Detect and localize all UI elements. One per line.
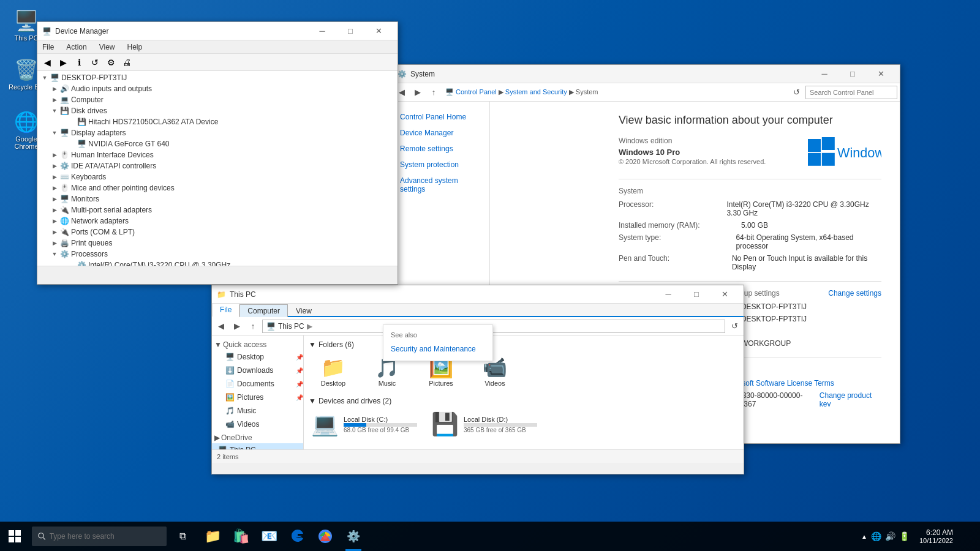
dm-tree-print[interactable]: ▶ 🖨️ Print queues	[37, 238, 398, 249]
sys-forward-btn[interactable]: ▶	[411, 86, 424, 99]
sidebar-documents-label: Documents	[237, 380, 274, 388]
device-manager-statusbar	[37, 266, 398, 279]
sidebar-desktop[interactable]: 🖥️ Desktop 📌	[212, 350, 303, 364]
taskbar-chrome[interactable]	[311, 522, 339, 551]
close-button[interactable]: ✕	[364, 22, 393, 40]
task-view-button[interactable]: ⧉	[169, 522, 196, 551]
drive-d[interactable]: 💾 Local Disk (D:) 365 GB free of 365 GB	[429, 409, 539, 440]
tab-file[interactable]: File	[212, 303, 239, 317]
dm-menu-help[interactable]: Help	[125, 42, 145, 53]
dm-print-btn[interactable]: 🖨	[119, 56, 134, 69]
fe-minimize-btn[interactable]: ─	[654, 285, 682, 304]
sidebar-pin-icon: 📌	[296, 354, 303, 361]
sys-minimize-btn[interactable]: ─	[810, 65, 839, 83]
folders-section-header: ▼ Folders (6)	[309, 340, 739, 349]
sidebar-documents[interactable]: 📄 Documents 📌	[212, 377, 303, 391]
dm-root-icon: 🖥️	[50, 73, 59, 83]
sys-maximize-btn[interactable]: □	[839, 65, 867, 83]
fe-back-btn[interactable]: ◀	[214, 320, 228, 333]
dm-tree-disk[interactable]: ▼ 💾 Disk drives	[37, 105, 398, 116]
dm-tree-audio[interactable]: ▶ 🔊 Audio inputs and outputs	[37, 83, 398, 94]
change-settings-link[interactable]: Change settings	[828, 289, 881, 298]
sys-breadcrumb: 🖥️ Control Panel ▶ System and Security ▶…	[443, 88, 601, 96]
dm-tree-root[interactable]: ▼ 🖥️ DESKTOP-FPT3TIJ	[37, 72, 398, 83]
taskbar-search-box[interactable]	[32, 527, 167, 546]
sidebar-pictures-icon: 🖼️	[225, 393, 235, 402]
fe-forward-btn[interactable]: ▶	[230, 320, 244, 333]
taskbar-edge[interactable]	[283, 522, 311, 551]
sys-protection-link[interactable]: System protection	[393, 157, 489, 173]
fe-up-btn[interactable]: ↑	[246, 320, 260, 333]
tray-clock[interactable]: 6:20 AM 10/11/2022	[914, 528, 958, 544]
dm-update-btn[interactable]: ↺	[88, 56, 102, 69]
taskbar-store[interactable]: 🛍️	[227, 522, 255, 551]
dm-tree-mice[interactable]: ▶ 🖱️ Mice and other pointing devices	[37, 182, 398, 193]
dm-tree-computer[interactable]: ▶ 💻 Computer	[37, 94, 398, 105]
sys-close-btn[interactable]: ✕	[867, 65, 895, 83]
dm-properties-btn[interactable]: ℹ	[72, 56, 86, 69]
sys-advanced-link[interactable]: Advanced system settings	[393, 173, 489, 197]
device-manager-tree: ▼ 🖥️ DESKTOP-FPT3TIJ ▶ 🔊 Audio inputs an…	[37, 71, 398, 266]
dm-tree-hid[interactable]: ▶ 🖱️ Human Interface Devices	[37, 149, 398, 160]
sidebar-pictures[interactable]: 🖼️ Pictures 📌	[212, 391, 303, 404]
search-input[interactable]	[50, 532, 160, 541]
taskbar-device-manager[interactable]: ⚙️	[339, 522, 368, 551]
device-manager-window: 🖥️ Device Manager ─ □ ✕ File Action View…	[37, 21, 398, 285]
fe-close-btn[interactable]: ✕	[710, 285, 739, 304]
dm-tree-processors[interactable]: ▼ ⚙️ Processors	[37, 249, 398, 260]
dm-tree-network[interactable]: ▶ 🌐 Network adapters	[37, 216, 398, 227]
dm-disk-expand: ▼	[50, 106, 59, 116]
sys-remote-settings-link[interactable]: Remote settings	[393, 141, 489, 157]
fe-maximize-btn[interactable]: □	[682, 285, 710, 304]
dm-tree-multiport[interactable]: ▶ 🔌 Multi-port serial adapters	[37, 204, 398, 216]
dm-disk-icon: 💾	[59, 106, 69, 116]
dm-tree-monitors[interactable]: ▶ 🖥️ Monitors	[37, 193, 398, 204]
taskbar-file-explorer[interactable]: 📁	[198, 522, 227, 551]
dm-back-btn[interactable]: ◀	[40, 56, 55, 69]
onedrive-expand: ▶	[214, 433, 220, 442]
sidebar-this-pc[interactable]: 🖥️ This PC	[212, 443, 303, 449]
minimize-button[interactable]: ─	[308, 22, 336, 40]
dm-tree-ide[interactable]: ▶ ⚙️ IDE ATA/ATAPI controllers	[37, 160, 398, 171]
sys-device-manager-link[interactable]: Device Manager	[393, 125, 489, 141]
dm-print-label: Print queues	[71, 239, 112, 247]
drive-d-info: Local Disk (D:) 365 GB free of 365 GB	[464, 416, 537, 433]
dm-tree-display[interactable]: ▼ 🖥️ Display adapters	[37, 127, 398, 138]
dm-display-label: Display adapters	[71, 129, 126, 137]
start-button[interactable]	[0, 522, 29, 551]
change-key-link[interactable]: Change product key	[820, 391, 881, 407]
maximize-button[interactable]: □	[336, 22, 364, 40]
sys-up-btn[interactable]: ↑	[427, 86, 440, 99]
sidebar-videos[interactable]: 📹 Videos	[212, 418, 303, 431]
tab-computer[interactable]: Computer	[239, 304, 288, 317]
sidebar-music[interactable]: 🎵 Music	[212, 404, 303, 418]
dm-tree-cpu1[interactable]: ▶ ⚙️ Intel(R) Core(TM) i3-3220 CPU @ 3.3…	[37, 260, 398, 266]
fe-address-bar[interactable]: 🖥️ This PC ▶	[262, 320, 725, 333]
dm-tree-hitachi[interactable]: ▶ 💾 Hitachi HDS721050CLA362 ATA Device	[37, 116, 398, 127]
folder-videos-label: Videos	[484, 380, 505, 387]
fe-refresh-btn[interactable]: ↺	[728, 320, 741, 333]
dm-forward-btn[interactable]: ▶	[56, 56, 70, 69]
sidebar-downloads[interactable]: ⬇️ Downloads 📌	[212, 364, 303, 377]
dm-tree-ports[interactable]: ▶ 🔌 Ports (COM & LPT)	[37, 227, 398, 238]
folder-desktop[interactable]: 📁 Desktop	[309, 353, 358, 389]
file-explorer-icon: 📁	[217, 290, 226, 299]
drives-label: Devices and drives (2)	[318, 397, 391, 405]
sys-search-input[interactable]	[805, 86, 897, 99]
drive-c[interactable]: 💻 Local Disk (C:) 68.0 GB free of 99.4 G…	[309, 409, 419, 440]
tray-chevron[interactable]: ▲	[861, 533, 867, 540]
tab-view[interactable]: View	[288, 304, 320, 317]
sys-control-panel-link[interactable]: Control Panel Home	[393, 109, 489, 125]
taskbar-mail[interactable]: 📧	[255, 522, 283, 551]
dm-device-btn[interactable]: ⚙	[104, 56, 118, 69]
dm-tree-keyboard[interactable]: ▶ ⌨️ Keyboards	[37, 171, 398, 182]
dm-menu-view[interactable]: View	[97, 42, 118, 53]
dm-menu-file[interactable]: File	[40, 42, 56, 53]
see-also-security[interactable]: Security and Maintenance	[383, 342, 492, 356]
dm-menu-action[interactable]: Action	[64, 42, 89, 53]
windows-edition-section: Windows edition Windows 10 Pro © 2020 Mi…	[619, 137, 881, 169]
sys-refresh-btn[interactable]: ↺	[790, 86, 803, 99]
dm-tree-nvidia[interactable]: ▶ 🖥️ NVIDIA GeForce GT 640	[37, 138, 398, 149]
show-desktop-button[interactable]	[958, 522, 975, 551]
dm-network-icon: 🌐	[59, 216, 69, 226]
